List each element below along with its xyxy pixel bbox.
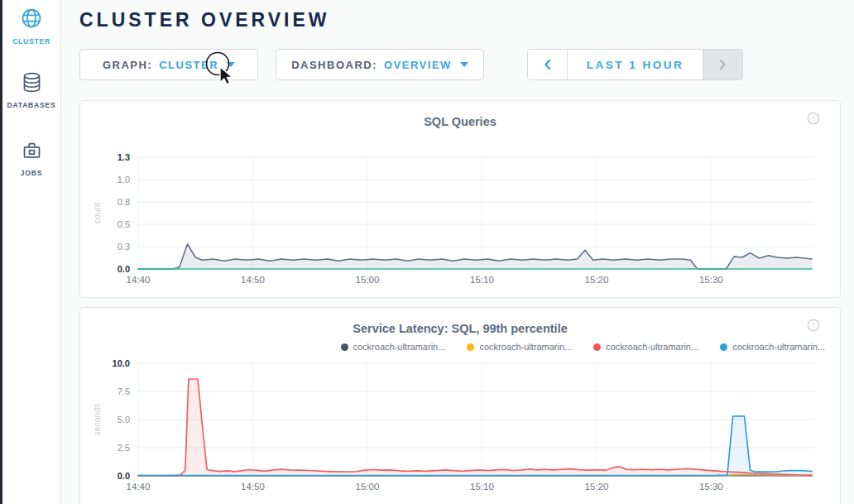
svg-text:count: count <box>92 203 102 224</box>
svg-text:0.0: 0.0 <box>118 471 130 481</box>
chart-legend: cockroach-ultramarin...cockroach-ultrama… <box>341 342 826 352</box>
legend-dot-icon <box>720 343 727 351</box>
svg-text:14:50: 14:50 <box>241 275 265 285</box>
svg-text:15:30: 15:30 <box>699 482 723 492</box>
legend-item[interactable]: cockroach-ultramarin... <box>593 342 698 352</box>
svg-text:15:00: 15:00 <box>356 275 380 285</box>
chart-title: Service Latency: SQL, 99th percentile <box>80 308 840 335</box>
graph-dropdown-value: CLUSTER <box>159 59 218 71</box>
service-latency-chart[interactable]: 14:4014:5015:0015:1015:2015:300.02.55.07… <box>80 354 841 504</box>
briefcase-icon <box>21 139 43 165</box>
sidebar-item-label: JOBS <box>21 169 42 177</box>
globe-icon <box>20 7 43 33</box>
sidebar-item-label: DATABASES <box>7 101 56 109</box>
info-icon[interactable] <box>807 319 820 335</box>
chevron-down-icon <box>227 62 235 67</box>
info-icon[interactable] <box>807 112 820 128</box>
legend-label: cockroach-ultramarin... <box>732 342 825 352</box>
legend-item[interactable]: cockroach-ultramarin... <box>341 342 446 352</box>
chevron-right-icon <box>719 59 727 70</box>
time-next-button-disabled[interactable] <box>703 50 742 79</box>
svg-text:10.0: 10.0 <box>113 358 130 368</box>
svg-text:0.8: 0.8 <box>118 197 130 207</box>
sidebar-item-label: CLUSTER <box>12 37 50 46</box>
sidebar-item-cluster[interactable]: CLUSTER <box>2 7 60 46</box>
chart-title: SQL Queries <box>80 101 840 128</box>
graph-dropdown-label: GRAPH: <box>103 59 152 71</box>
chart-panel-service-latency: Service Latency: SQL, 99th percentile co… <box>79 307 841 504</box>
database-icon <box>21 71 43 97</box>
legend-item[interactable]: cockroach-ultramarin... <box>467 342 572 352</box>
legend-label: cockroach-ultramarin... <box>606 342 698 352</box>
svg-text:15:00: 15:00 <box>356 482 380 492</box>
svg-text:2.5: 2.5 <box>118 443 130 453</box>
dashboard-dropdown-label: DASHBOARD: <box>291 59 377 71</box>
svg-text:1.3: 1.3 <box>118 152 130 162</box>
chart-panel-sql-queries: SQL Queries 14:4014:5015:0015:1015:2015:… <box>79 100 841 298</box>
dashboard-dropdown-value: OVERVIEW <box>384 59 452 71</box>
dashboard-dropdown[interactable]: DASHBOARD: OVERVIEW <box>276 49 484 80</box>
sql-queries-chart[interactable]: 14:4014:5015:0015:1015:2015:300.00.30.50… <box>80 131 842 296</box>
sidebar-item-jobs[interactable]: JOBS <box>2 139 60 177</box>
page-title: CLUSTER OVERVIEW <box>79 9 330 31</box>
legend-label: cockroach-ultramarin... <box>353 342 446 352</box>
legend-dot-icon <box>593 343 601 351</box>
svg-text:5.0: 5.0 <box>118 415 130 425</box>
svg-text:seconds: seconds <box>92 403 102 435</box>
sidebar: CLUSTER DATABASES JOBS <box>2 0 61 504</box>
svg-text:7.5: 7.5 <box>118 386 130 396</box>
svg-text:0.0: 0.0 <box>118 264 130 274</box>
legend-dot-icon <box>341 343 348 351</box>
svg-text:15:10: 15:10 <box>470 482 494 492</box>
sidebar-item-databases[interactable]: DATABASES <box>2 71 60 109</box>
legend-dot-icon <box>467 343 474 351</box>
svg-text:14:50: 14:50 <box>241 482 265 492</box>
svg-text:15:30: 15:30 <box>699 275 723 285</box>
time-prev-button[interactable] <box>528 50 568 79</box>
chevron-left-icon <box>544 59 551 70</box>
graph-dropdown[interactable]: GRAPH: CLUSTER <box>79 49 258 80</box>
svg-text:15:20: 15:20 <box>585 275 609 285</box>
svg-text:1.0: 1.0 <box>118 175 130 185</box>
svg-text:14:40: 14:40 <box>127 482 151 492</box>
svg-text:15:10: 15:10 <box>470 275 494 285</box>
svg-text:0.5: 0.5 <box>118 219 130 229</box>
svg-text:14:40: 14:40 <box>127 275 151 285</box>
legend-item[interactable]: cockroach-ultramarin... <box>720 342 825 352</box>
time-window-selector: LAST 1 HOUR <box>527 49 743 80</box>
svg-text:0.3: 0.3 <box>118 242 130 252</box>
svg-text:15:20: 15:20 <box>585 482 609 492</box>
chevron-down-icon <box>460 62 468 67</box>
time-range-button[interactable]: LAST 1 HOUR <box>568 50 703 79</box>
legend-label: cockroach-ultramarin... <box>479 342 572 352</box>
